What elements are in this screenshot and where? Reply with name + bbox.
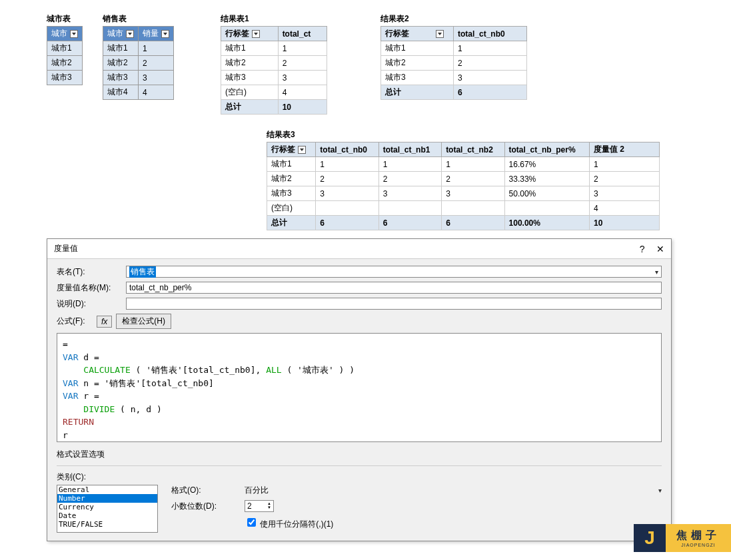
table-row[interactable]: 2 [442,172,504,186]
thousand-sep-input[interactable] [247,518,256,527]
pivot-col[interactable]: total_ct_nb_per% [504,142,590,157]
table-row[interactable]: 2 [378,172,441,186]
table-row[interactable]: 3 [454,71,527,85]
fx-button[interactable]: fx [97,316,112,328]
dropdown-icon[interactable] [252,30,260,38]
pivot-rowlabel[interactable]: 行标签 [221,27,279,41]
table-row[interactable]: 2 [590,172,660,186]
table-row[interactable]: 3 [378,186,441,201]
table-row[interactable]: 城市3 [103,71,139,85]
table-row[interactable]: (空白) [267,201,316,216]
pivot-col[interactable]: total_ct [278,27,327,41]
result3-table: 行标签 total_ct_nb0 total_ct_nb1 total_ct_n… [267,142,660,230]
formula-editor[interactable]: = VAR d = CALCULATE ( '销售表'[total_ct_nb0… [57,333,662,442]
table-row[interactable]: 2 [278,56,327,71]
spinner-down-icon[interactable]: ▼ [267,505,271,509]
dialog-title: 度量值 [54,243,78,254]
list-item[interactable]: Number [57,494,157,503]
table-row[interactable]: 4 [139,85,174,100]
thousand-separator-checkbox[interactable]: 使用千位分隔符(,)(1) [245,516,333,530]
pivot-col[interactable]: total_ct_nb0 [316,142,378,157]
table-row[interactable] [316,201,378,216]
total-label: 总计 [221,100,279,115]
list-item[interactable]: Currency [57,503,157,511]
table-row[interactable]: 4 [278,85,327,100]
table-row[interactable]: 城市1 [381,41,454,56]
measure-dialog: 度量值 ? ✕ 表名(T): 销售表 ▾ 度量值名称(M): 说明(D): 公式… [47,238,672,541]
table-row[interactable]: 3 [590,186,660,201]
dropdown-icon[interactable] [298,146,306,154]
category-listbox[interactable]: General Number Currency Date TRUE/FALSE [57,485,158,533]
table-row[interactable] [504,201,590,216]
list-item[interactable]: TRUE/FALSE [57,520,157,529]
result2-title: 结果表2 [380,13,527,25]
table-row[interactable]: 城市2 [267,172,316,186]
table-row[interactable]: 16.67% [504,157,590,172]
total-value: 100.00% [504,216,590,230]
brand-logo-j: J [634,524,666,552]
sales-header-city[interactable]: 城市 [103,27,139,41]
decimal-label: 小数位数(D): [171,501,245,512]
table-row[interactable]: 城市2 [103,56,139,71]
list-item[interactable]: Date [57,511,157,520]
decimal-spinner[interactable]: 2 ▲▼ [245,500,274,512]
table-row[interactable]: 3 [278,71,327,85]
table-row[interactable]: 1 [316,157,378,172]
pivot-col[interactable]: 度量值 2 [590,142,660,157]
check-formula-button[interactable]: 检查公式(H) [116,314,171,329]
table-row[interactable] [378,201,441,216]
table-row[interactable]: 3 [442,186,504,201]
table-row[interactable]: 城市2 [47,56,83,71]
table-row[interactable]: 1 [454,41,527,56]
result2-table: 行标签 total_ct_nb0 城市11 城市22 城市33 总计6 [380,26,527,100]
table-row[interactable]: 1 [139,41,174,56]
pivot-rowlabel[interactable]: 行标签 [381,27,454,41]
table-row[interactable]: 城市3 [47,71,83,85]
table-row[interactable]: 2 [139,56,174,71]
table-row[interactable]: 2 [316,172,378,186]
table-row[interactable] [442,201,504,216]
table-row[interactable]: 城市4 [103,85,139,100]
pivot-rowlabel[interactable]: 行标签 [267,142,316,157]
table-row[interactable]: 4 [590,201,660,216]
table-row[interactable]: 城市3 [381,71,454,85]
pivot-col[interactable]: total_ct_nb0 [454,27,527,41]
table-row[interactable]: 城市2 [381,56,454,71]
table-row[interactable]: 城市1 [47,41,83,56]
pivot-col[interactable]: total_ct_nb2 [442,142,504,157]
help-button[interactable]: ? [640,244,645,254]
table-row[interactable]: 1 [378,157,441,172]
result1-table: 行标签 total_ct 城市11 城市22 城市33 (空白)4 总计10 [221,26,327,115]
table-row[interactable]: 城市1 [221,41,279,56]
chevron-down-icon: ▾ [655,268,658,276]
format-select[interactable]: 百分比 ▾ [245,485,662,496]
category-label: 类别(C): [57,471,662,483]
pivot-col[interactable]: total_ct_nb1 [378,142,441,157]
table-row[interactable]: (空白) [221,85,279,100]
table-row[interactable]: 城市1 [103,41,139,56]
table-name-select[interactable]: 销售表 ▾ [126,266,662,278]
sales-header-qty[interactable]: 销量 [139,27,174,41]
table-row[interactable]: 3 [139,71,174,85]
table-row[interactable]: 50.00% [504,186,590,201]
table-row[interactable]: 1 [590,157,660,172]
close-button[interactable]: ✕ [656,244,664,254]
table-row[interactable]: 1 [442,157,504,172]
list-item[interactable]: General [57,485,157,494]
table-row[interactable]: 2 [454,56,527,71]
table-row[interactable]: 城市3 [267,186,316,201]
table-row[interactable]: 1 [278,41,327,56]
table-row[interactable]: 3 [316,186,378,201]
dropdown-icon[interactable] [126,30,134,38]
table-row[interactable]: 城市1 [267,157,316,172]
dropdown-icon[interactable] [436,30,444,38]
dropdown-icon[interactable] [70,30,78,38]
city-header[interactable]: 城市 [47,27,83,41]
description-input[interactable] [126,298,662,310]
table-row[interactable]: 33.33% [504,172,590,186]
table-row[interactable]: 城市2 [221,56,279,71]
formula-label: 公式(F): [57,316,97,327]
measure-name-input[interactable] [126,282,662,294]
table-row[interactable]: 城市3 [221,71,279,85]
dropdown-icon[interactable] [161,30,169,38]
